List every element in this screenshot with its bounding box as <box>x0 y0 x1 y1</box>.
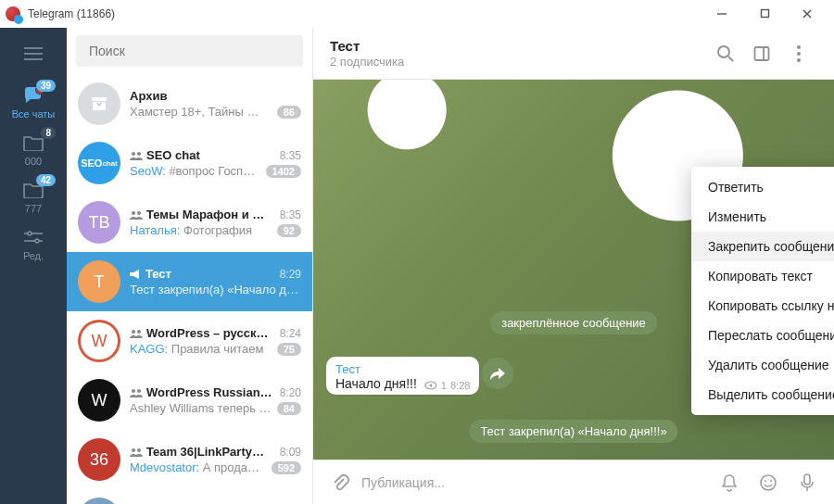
service-message-action[interactable]: Тест закрепил(а) «Начало дня!!!» <box>469 420 677 443</box>
svg-point-12 <box>35 239 39 243</box>
chat-header[interactable]: Тест 2 подписчика <box>313 28 834 80</box>
chat-time: 8:09 <box>280 446 301 459</box>
context-menu-item[interactable]: Ответить <box>691 172 834 202</box>
chat-list-item[interactable]: SEOchatSEO chat8:35SeoW: #вопрос Госп…14… <box>67 133 312 193</box>
avatar <box>78 82 120 125</box>
message-sender: Тест <box>335 362 470 376</box>
window-minimize-button[interactable] <box>701 0 743 28</box>
chat-preview: Наталья: Фотография <box>130 223 272 237</box>
attach-button[interactable] <box>322 465 358 500</box>
avatar: 36 <box>78 438 120 481</box>
context-menu-item[interactable]: Удалить сообщение <box>691 350 834 380</box>
message-views: 1 <box>441 380 447 391</box>
chat-subtitle: 2 подписчика <box>330 55 706 69</box>
chat-name: Темы Марафон и … <box>146 208 274 221</box>
context-menu-item[interactable]: Копировать ссылку на сообщение <box>691 291 834 321</box>
chat-preview: KAGG: Правила читаем <box>130 342 272 356</box>
share-button[interactable] <box>482 358 513 389</box>
folder-777[interactable]: 42 777 <box>0 172 67 220</box>
context-menu-item[interactable]: Переслать сообщение <box>691 321 834 350</box>
message-composer <box>313 460 834 504</box>
avatar: Т <box>78 260 120 303</box>
folder-badge: 39 <box>36 80 56 92</box>
avatar: W <box>78 320 120 362</box>
chat-list-item[interactable]: WWordPress – русск…8:24KAGG: Правила чит… <box>67 311 312 371</box>
svg-rect-1 <box>761 10 768 18</box>
folder-label: 777 <box>25 203 42 214</box>
chat-list-item[interactable]: Flat PM - вопросы … <box>67 489 312 504</box>
chat-name: Архив <box>130 89 301 103</box>
svg-point-39 <box>770 480 772 482</box>
chat-time: 8:35 <box>280 208 301 221</box>
folder-badge: 42 <box>36 174 56 186</box>
message-time: 8:28 <box>450 380 470 391</box>
eye-icon <box>424 381 437 390</box>
folder-000[interactable]: 8 000 <box>0 125 67 172</box>
chat-time: 8:24 <box>280 327 301 340</box>
svg-point-31 <box>797 45 801 49</box>
chat-list-item[interactable]: WWordPress Russian…8:20Ashley Williams т… <box>67 371 312 430</box>
notifications-button[interactable] <box>712 465 747 500</box>
svg-point-21 <box>132 389 135 393</box>
svg-point-20 <box>137 330 141 334</box>
chat-list-item[interactable]: ТТест8:29Тест закрепил(а) «Начало д… <box>67 252 312 311</box>
window-title: Telegram (11866) <box>28 7 115 20</box>
more-menu-button[interactable] <box>780 35 817 72</box>
window-close-button[interactable] <box>786 0 828 28</box>
chat-time: 8:20 <box>280 386 301 399</box>
group-icon <box>130 388 143 397</box>
svg-rect-13 <box>92 97 107 101</box>
context-menu-item[interactable]: Изменить <box>691 202 834 232</box>
svg-point-10 <box>28 232 32 235</box>
search-input[interactable] <box>76 35 303 67</box>
group-icon <box>130 447 143 457</box>
context-menu-item[interactable]: Выделить сообщение <box>691 380 834 410</box>
avatar: ТВ <box>78 201 120 244</box>
chat-time: 8:35 <box>280 149 301 162</box>
chat-preview: Тест закрепил(а) «Начало д… <box>130 283 301 296</box>
unread-badge: 75 <box>277 343 301 356</box>
search-in-chat-button[interactable] <box>706 35 743 72</box>
svg-point-17 <box>132 211 135 215</box>
folder-edit[interactable]: Ред. <box>0 220 67 267</box>
chat-name: Тест <box>145 267 274 281</box>
unread-badge: 592 <box>272 461 301 474</box>
svg-point-19 <box>132 330 135 334</box>
context-menu-item[interactable]: Закрепить сообщение <box>691 232 834 261</box>
svg-point-15 <box>132 152 135 156</box>
side-panel-button[interactable] <box>743 35 780 72</box>
chat-list-item[interactable]: АрхивХамстер 18+, Тайны …86 <box>67 74 312 133</box>
chat-list-item[interactable]: ТВТемы Марафон и …8:35Наталья: Фотографи… <box>67 193 312 252</box>
chat-title: Тест <box>330 38 706 54</box>
main-menu-button[interactable] <box>15 35 52 72</box>
message-bubble[interactable]: Тест Начало дня!!! 1 8:28 <box>326 357 479 395</box>
group-icon <box>130 329 143 338</box>
chat-preview: SeoW: #вопрос Госп… <box>130 164 260 178</box>
group-icon <box>130 210 143 220</box>
svg-rect-29 <box>755 47 769 60</box>
avatar: SEOchat <box>78 142 120 184</box>
service-message-pinned[interactable]: закреплённое сообщение <box>490 311 657 334</box>
folder-label: Все чаты <box>12 108 56 120</box>
emoji-button[interactable] <box>751 465 786 500</box>
window-maximize-button[interactable] <box>743 0 786 28</box>
chat-name: Team 36|LinkParty… <box>146 445 274 459</box>
window-titlebar: Telegram (11866) <box>0 0 834 28</box>
svg-point-23 <box>132 448 135 452</box>
group-icon <box>130 151 143 160</box>
app-logo-icon <box>6 6 20 21</box>
chat-list-item[interactable]: 36Team 36|LinkParty…8:09Mdevostator: А п… <box>67 430 312 489</box>
folder-rail: 39 Все чаты 8 000 42 777 Ред. <box>0 28 67 504</box>
message-text: Начало дня!!! <box>335 376 417 391</box>
svg-point-22 <box>137 389 141 393</box>
composer-input[interactable] <box>361 475 708 490</box>
unread-badge: 92 <box>277 224 301 237</box>
svg-point-32 <box>797 52 801 56</box>
unread-badge: 86 <box>277 106 301 119</box>
chat-name: WordPress – русск… <box>146 326 274 340</box>
svg-line-28 <box>728 57 733 61</box>
voice-button[interactable] <box>790 465 825 500</box>
folder-all-chats[interactable]: 39 Все чаты <box>0 78 67 125</box>
svg-point-35 <box>429 384 432 386</box>
context-menu-item[interactable]: Копировать текст <box>691 261 834 291</box>
